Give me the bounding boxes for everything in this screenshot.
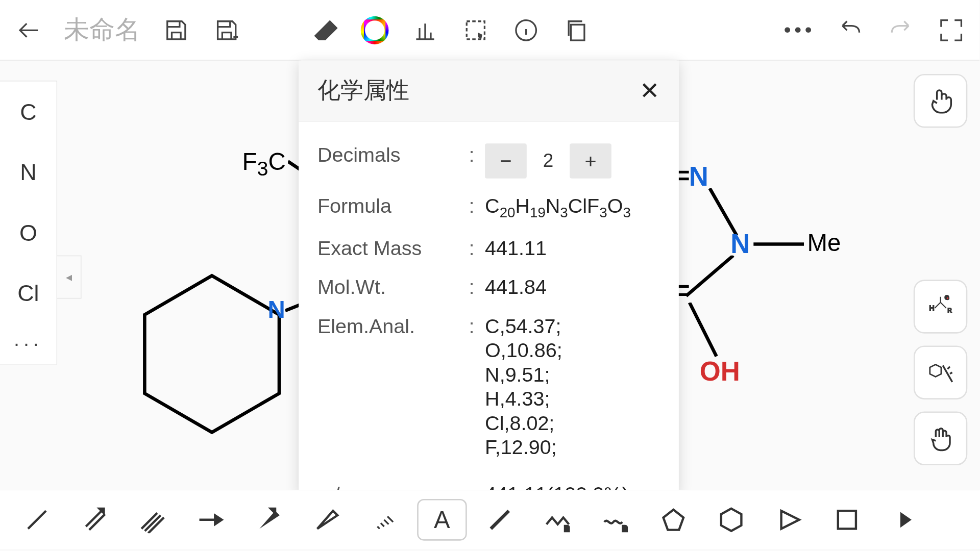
popup-title: 化学属性 <box>317 76 409 107</box>
svg-rect-41 <box>838 511 856 529</box>
svg-line-13 <box>690 303 717 356</box>
svg-marker-42 <box>900 512 912 528</box>
atom-label-cf3[interactable]: F3C <box>242 148 285 181</box>
wedge-hollow-tool[interactable] <box>301 498 351 540</box>
right-tool-panel: HOR <box>914 74 967 465</box>
info-icon[interactable] <box>510 15 541 45</box>
svg-text:H: H <box>929 304 934 312</box>
svg-marker-30 <box>317 511 338 529</box>
bond-tool[interactable] <box>475 498 525 540</box>
back-button[interactable] <box>13 15 43 45</box>
svg-rect-2 <box>571 24 584 40</box>
benzene-tool[interactable] <box>706 498 756 540</box>
text-tool[interactable]: A <box>417 498 467 540</box>
svg-marker-29 <box>271 508 275 513</box>
save-icon[interactable] <box>161 15 191 45</box>
svg-text:n: n <box>565 522 570 533</box>
piperidine-ring[interactable] <box>125 262 306 450</box>
molwt-value: 441.84 <box>485 276 660 298</box>
document-title[interactable]: 未命名 <box>64 13 140 47</box>
bottom-toolbar: A n n <box>0 490 979 549</box>
decimals-label: Decimals <box>317 143 469 166</box>
svg-marker-28 <box>259 511 280 529</box>
more-menu-icon[interactable]: ••• <box>785 15 815 45</box>
svg-marker-39 <box>721 508 742 531</box>
single-bond-tool[interactable] <box>12 498 62 540</box>
svg-line-19 <box>28 511 46 529</box>
exact-mass-label: Exact Mass <box>317 237 469 260</box>
svg-text:n: n <box>622 522 627 533</box>
bond-c-oh[interactable] <box>686 303 726 363</box>
svg-line-35 <box>491 511 509 529</box>
svg-line-32 <box>381 523 384 527</box>
decimals-stepper: − 2 + <box>485 143 611 179</box>
bond-n-me[interactable] <box>753 242 807 246</box>
formula-value: C20H19N3ClF3O3 <box>485 194 660 220</box>
save-as-icon[interactable] <box>211 15 241 45</box>
molwt-label: Mol.Wt. <box>317 276 469 298</box>
svg-marker-18 <box>930 364 941 377</box>
square-tool[interactable] <box>822 498 872 540</box>
close-icon[interactable]: ✕ <box>640 77 660 105</box>
pan-button[interactable] <box>914 412 967 465</box>
decimals-minus[interactable]: − <box>485 143 527 179</box>
svg-marker-40 <box>781 511 799 529</box>
triangle-tool[interactable] <box>764 498 814 540</box>
decimals-plus[interactable]: + <box>570 143 611 179</box>
svg-marker-27 <box>215 515 222 524</box>
chain-wavy-tool[interactable]: n <box>591 498 641 540</box>
atom-label-N-ring[interactable]: N <box>268 296 285 324</box>
chart-icon[interactable] <box>410 15 440 45</box>
top-toolbar: 未命名 ••• <box>0 0 979 61</box>
elem-anal-label: Elem.Anal. <box>317 315 469 338</box>
redo-icon[interactable] <box>885 15 915 45</box>
atom-label-Me[interactable]: Me <box>807 229 841 257</box>
svg-marker-38 <box>664 509 684 530</box>
undo-icon[interactable] <box>835 15 865 45</box>
svg-line-31 <box>377 526 379 528</box>
svg-marker-3 <box>144 276 279 432</box>
formula-label: Formula <box>317 194 469 217</box>
atom-label-OH[interactable]: OH <box>700 357 740 387</box>
lasso-select-icon[interactable] <box>460 15 491 45</box>
svg-line-34 <box>387 516 393 522</box>
svg-text:R: R <box>947 307 951 313</box>
fullscreen-icon[interactable] <box>936 15 966 45</box>
triple-bond-tool[interactable] <box>128 498 178 540</box>
cyclopentane-tool[interactable] <box>649 498 699 540</box>
elem-anal-value: C,54.37; O,10.86; N,9.51; H,4.33; Cl,8.0… <box>485 315 660 459</box>
popup-body: Decimals : − 2 + Formula : C20H19N3ClF3O… <box>299 122 679 494</box>
decimals-value: 2 <box>531 143 566 179</box>
popup-header: 化学属性 ✕ <box>299 61 679 122</box>
chain-tool[interactable]: n <box>533 498 583 540</box>
expand-tools[interactable] <box>880 498 930 540</box>
arrow-tool[interactable] <box>186 498 236 540</box>
svg-line-33 <box>384 519 389 524</box>
cleanup-button[interactable] <box>914 345 967 399</box>
properties-popup: 化学属性 ✕ Decimals : − 2 + Formula : C20H19… <box>299 61 679 494</box>
wedge-solid-tool[interactable] <box>243 498 293 540</box>
atom-label-N-mid[interactable]: N <box>730 229 750 259</box>
eraser-icon[interactable] <box>309 15 339 45</box>
double-bond-tool[interactable] <box>70 498 120 540</box>
copy-icon[interactable] <box>561 15 591 45</box>
svg-point-17 <box>946 297 949 300</box>
exact-mass-value: 441.11 <box>485 237 660 260</box>
wedge-hash-tool[interactable] <box>359 498 409 540</box>
svg-line-10 <box>686 256 733 296</box>
gesture-mode-button[interactable] <box>914 74 967 128</box>
template-button[interactable]: HOR <box>914 280 967 333</box>
color-picker-icon[interactable] <box>359 15 389 45</box>
